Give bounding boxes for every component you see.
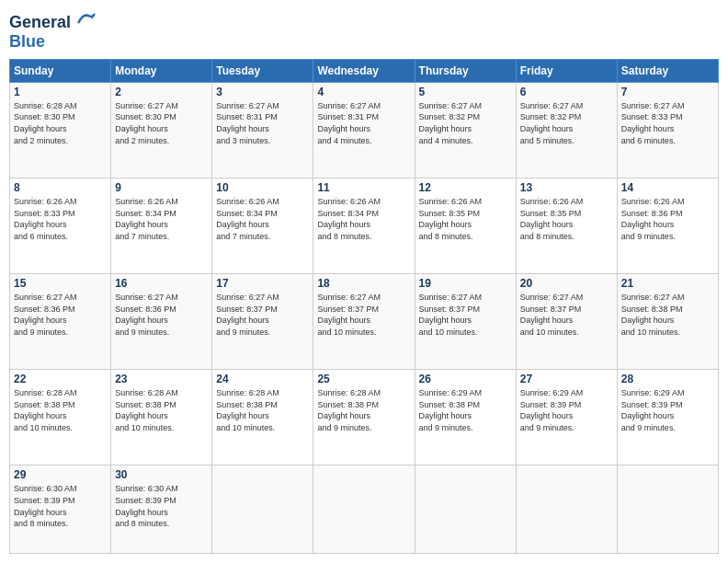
calendar-cell: 11 Sunrise: 6:26 AM Sunset: 8:34 PM Dayl… <box>313 178 415 273</box>
day-number: 7 <box>621 86 714 98</box>
day-number: 18 <box>317 277 410 290</box>
day-info: Sunrise: 6:26 AM Sunset: 8:34 PM Dayligh… <box>317 196 410 242</box>
day-info: Sunrise: 6:27 AM Sunset: 8:31 PM Dayligh… <box>216 100 309 146</box>
day-number: 6 <box>520 86 613 98</box>
day-number: 30 <box>115 468 208 481</box>
calendar-cell: 6 Sunrise: 6:27 AM Sunset: 8:32 PM Dayli… <box>516 82 617 178</box>
day-info: Sunrise: 6:26 AM Sunset: 8:34 PM Dayligh… <box>115 196 208 242</box>
day-header-wednesday: Wednesday <box>313 59 415 82</box>
calendar-header-row: SundayMondayTuesdayWednesdayThursdayFrid… <box>10 59 719 82</box>
header: General Blue <box>9 9 719 52</box>
calendar-cell: 2 Sunrise: 6:27 AM Sunset: 8:30 PM Dayli… <box>111 82 212 178</box>
day-number: 20 <box>520 277 613 290</box>
calendar-cell: 10 Sunrise: 6:26 AM Sunset: 8:34 PM Dayl… <box>212 178 313 273</box>
day-info: Sunrise: 6:27 AM Sunset: 8:32 PM Dayligh… <box>520 100 613 146</box>
calendar-cell: 19 Sunrise: 6:27 AM Sunset: 8:37 PM Dayl… <box>415 274 516 370</box>
calendar-cell: 3 Sunrise: 6:27 AM Sunset: 8:31 PM Dayli… <box>212 82 313 178</box>
day-info: Sunrise: 6:26 AM Sunset: 8:33 PM Dayligh… <box>14 196 107 242</box>
calendar-cell <box>415 465 516 554</box>
calendar-cell: 18 Sunrise: 6:27 AM Sunset: 8:37 PM Dayl… <box>313 274 415 370</box>
calendar-cell: 12 Sunrise: 6:26 AM Sunset: 8:35 PM Dayl… <box>415 178 516 273</box>
day-number: 9 <box>115 181 208 194</box>
day-number: 4 <box>317 86 410 98</box>
day-info: Sunrise: 6:27 AM Sunset: 8:38 PM Dayligh… <box>621 292 714 338</box>
day-header-friday: Friday <box>516 59 617 82</box>
day-number: 15 <box>14 277 107 290</box>
day-number: 19 <box>419 277 512 290</box>
day-header-saturday: Saturday <box>617 59 718 82</box>
day-info: Sunrise: 6:26 AM Sunset: 8:36 PM Dayligh… <box>621 196 714 242</box>
day-info: Sunrise: 6:27 AM Sunset: 8:36 PM Dayligh… <box>115 292 208 338</box>
day-number: 12 <box>419 181 512 194</box>
day-info: Sunrise: 6:27 AM Sunset: 8:36 PM Dayligh… <box>14 292 107 338</box>
day-number: 3 <box>216 86 309 98</box>
day-info: Sunrise: 6:28 AM Sunset: 8:38 PM Dayligh… <box>216 387 309 433</box>
day-info: Sunrise: 6:27 AM Sunset: 8:37 PM Dayligh… <box>216 292 309 338</box>
day-number: 23 <box>115 373 208 385</box>
calendar-cell: 29 Sunrise: 6:30 AM Sunset: 8:39 PM Dayl… <box>10 465 111 554</box>
day-number: 13 <box>520 181 613 194</box>
day-info: Sunrise: 6:26 AM Sunset: 8:34 PM Dayligh… <box>216 196 309 242</box>
calendar-cell <box>516 465 617 554</box>
day-info: Sunrise: 6:28 AM Sunset: 8:30 PM Dayligh… <box>14 100 107 146</box>
logo: General Blue <box>9 9 96 52</box>
calendar-cell: 5 Sunrise: 6:27 AM Sunset: 8:32 PM Dayli… <box>415 82 516 178</box>
day-number: 2 <box>115 86 208 98</box>
day-number: 17 <box>216 277 309 290</box>
calendar-week-4: 22 Sunrise: 6:28 AM Sunset: 8:38 PM Dayl… <box>10 370 719 465</box>
day-info: Sunrise: 6:27 AM Sunset: 8:37 PM Dayligh… <box>520 292 613 338</box>
calendar-cell: 15 Sunrise: 6:27 AM Sunset: 8:36 PM Dayl… <box>10 274 111 370</box>
day-info: Sunrise: 6:29 AM Sunset: 8:39 PM Dayligh… <box>621 387 714 433</box>
day-info: Sunrise: 6:28 AM Sunset: 8:38 PM Dayligh… <box>317 387 410 433</box>
day-number: 22 <box>14 373 107 385</box>
day-header-monday: Monday <box>111 59 212 82</box>
calendar-cell: 14 Sunrise: 6:26 AM Sunset: 8:36 PM Dayl… <box>617 178 718 273</box>
day-number: 26 <box>419 373 512 385</box>
day-number: 25 <box>317 373 410 385</box>
calendar-cell: 7 Sunrise: 6:27 AM Sunset: 8:33 PM Dayli… <box>617 82 718 178</box>
day-header-tuesday: Tuesday <box>212 59 313 82</box>
day-info: Sunrise: 6:27 AM Sunset: 8:32 PM Dayligh… <box>419 100 512 146</box>
calendar-week-5: 29 Sunrise: 6:30 AM Sunset: 8:39 PM Dayl… <box>10 465 719 554</box>
day-info: Sunrise: 6:29 AM Sunset: 8:38 PM Dayligh… <box>419 387 512 433</box>
calendar-body: 1 Sunrise: 6:28 AM Sunset: 8:30 PM Dayli… <box>10 82 719 553</box>
day-info: Sunrise: 6:26 AM Sunset: 8:35 PM Dayligh… <box>520 196 613 242</box>
day-number: 10 <box>216 181 309 194</box>
day-info: Sunrise: 6:27 AM Sunset: 8:37 PM Dayligh… <box>317 292 410 338</box>
day-number: 1 <box>14 86 107 98</box>
day-info: Sunrise: 6:26 AM Sunset: 8:35 PM Dayligh… <box>419 196 512 242</box>
calendar-cell: 25 Sunrise: 6:28 AM Sunset: 8:38 PM Dayl… <box>313 370 415 465</box>
calendar-cell: 1 Sunrise: 6:28 AM Sunset: 8:30 PM Dayli… <box>10 82 111 178</box>
day-number: 27 <box>520 373 613 385</box>
calendar-cell: 24 Sunrise: 6:28 AM Sunset: 8:38 PM Dayl… <box>212 370 313 465</box>
day-info: Sunrise: 6:30 AM Sunset: 8:39 PM Dayligh… <box>115 483 208 529</box>
day-number: 29 <box>14 468 107 481</box>
calendar-cell: 16 Sunrise: 6:27 AM Sunset: 8:36 PM Dayl… <box>111 274 212 370</box>
logo-icon <box>77 9 96 28</box>
calendar-cell: 22 Sunrise: 6:28 AM Sunset: 8:38 PM Dayl… <box>10 370 111 465</box>
day-info: Sunrise: 6:28 AM Sunset: 8:38 PM Dayligh… <box>115 387 208 433</box>
day-info: Sunrise: 6:27 AM Sunset: 8:30 PM Dayligh… <box>115 100 208 146</box>
calendar-cell: 27 Sunrise: 6:29 AM Sunset: 8:39 PM Dayl… <box>516 370 617 465</box>
day-number: 24 <box>216 373 309 385</box>
calendar-cell: 8 Sunrise: 6:26 AM Sunset: 8:33 PM Dayli… <box>10 178 111 273</box>
day-header-sunday: Sunday <box>10 59 111 82</box>
day-info: Sunrise: 6:27 AM Sunset: 8:37 PM Dayligh… <box>419 292 512 338</box>
logo-blue: Blue <box>9 32 96 52</box>
calendar-cell <box>313 465 415 554</box>
calendar-week-2: 8 Sunrise: 6:26 AM Sunset: 8:33 PM Dayli… <box>10 178 719 273</box>
calendar-cell: 13 Sunrise: 6:26 AM Sunset: 8:35 PM Dayl… <box>516 178 617 273</box>
calendar-cell: 23 Sunrise: 6:28 AM Sunset: 8:38 PM Dayl… <box>111 370 212 465</box>
day-number: 16 <box>115 277 208 290</box>
day-header-thursday: Thursday <box>415 59 516 82</box>
day-info: Sunrise: 6:27 AM Sunset: 8:33 PM Dayligh… <box>621 100 714 146</box>
calendar-cell: 26 Sunrise: 6:29 AM Sunset: 8:38 PM Dayl… <box>415 370 516 465</box>
logo-text: General <box>9 9 96 32</box>
day-info: Sunrise: 6:30 AM Sunset: 8:39 PM Dayligh… <box>14 483 107 529</box>
calendar-cell: 28 Sunrise: 6:29 AM Sunset: 8:39 PM Dayl… <box>617 370 718 465</box>
calendar-cell: 30 Sunrise: 6:30 AM Sunset: 8:39 PM Dayl… <box>111 465 212 554</box>
day-info: Sunrise: 6:29 AM Sunset: 8:39 PM Dayligh… <box>520 387 613 433</box>
day-number: 21 <box>621 277 714 290</box>
day-info: Sunrise: 6:27 AM Sunset: 8:31 PM Dayligh… <box>317 100 410 146</box>
day-number: 14 <box>621 181 714 194</box>
